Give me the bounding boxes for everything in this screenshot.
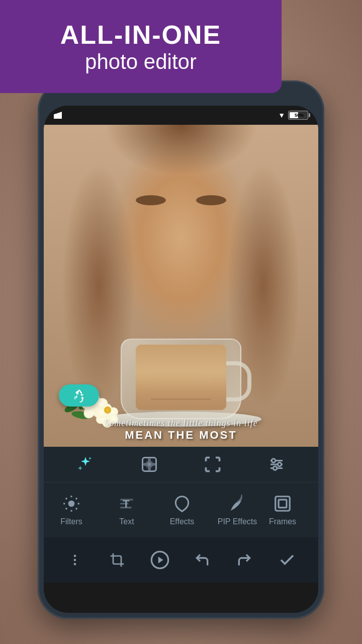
pip-effects-icon xyxy=(228,494,247,513)
crop-icon xyxy=(109,552,125,568)
status-right: ▼ 50% xyxy=(278,111,308,120)
filters-label: Filters xyxy=(60,517,82,526)
play-button[interactable] xyxy=(147,547,172,573)
svg-text:T: T xyxy=(123,497,130,510)
mini-mouth xyxy=(151,398,211,400)
photo-area: Sometimetimes the little things in life … xyxy=(44,125,318,447)
phone-screen: ▼ 50% xyxy=(44,106,318,613)
svg-marker-21 xyxy=(158,556,163,563)
battery-text: 50% xyxy=(290,113,309,118)
face-detail xyxy=(106,165,256,266)
adjust-tool[interactable] xyxy=(264,452,289,477)
svg-point-10 xyxy=(272,459,276,463)
battery-indicator: 50% xyxy=(288,111,308,120)
tab-filters[interactable]: Filters xyxy=(44,482,99,537)
svg-rect-1 xyxy=(148,458,151,470)
wifi-icon: ▼ xyxy=(278,111,285,119)
effects-label: Effects xyxy=(170,517,195,526)
svg-point-11 xyxy=(278,462,282,466)
face-in-cup xyxy=(136,345,226,410)
sparkle-tool[interactable] xyxy=(73,452,98,477)
svg-point-17 xyxy=(74,555,76,557)
svg-rect-15 xyxy=(276,496,290,511)
svg-point-6 xyxy=(151,466,152,467)
crop-tool[interactable] xyxy=(200,452,225,477)
tab-frames[interactable]: Frames xyxy=(265,482,300,537)
tab-effects[interactable]: Effects xyxy=(154,482,210,537)
banner-line1: ALL-IN-ONE xyxy=(60,20,221,50)
healing-tool[interactable] xyxy=(137,452,162,477)
phone-frame: ▼ 50% xyxy=(38,80,324,619)
dots-icon xyxy=(68,553,82,567)
redo-button[interactable] xyxy=(232,547,257,573)
undo-button[interactable] xyxy=(190,547,215,573)
cup-body xyxy=(121,339,241,419)
tab-text[interactable]: T Text xyxy=(99,482,154,537)
pip-effects-label: PIP Effects xyxy=(218,517,257,526)
shuffle-icon xyxy=(72,388,86,403)
quote-bold: MEAN THE MOST xyxy=(44,429,318,442)
frames-label: Frames xyxy=(269,517,296,526)
quote-overlay: Sometimetimes the little things in life … xyxy=(44,418,318,442)
undo-icon xyxy=(194,552,210,568)
sparkle-icon xyxy=(76,455,95,473)
filters-icon xyxy=(62,494,81,513)
quote-script: Sometimetimes the little things in life xyxy=(44,418,318,429)
bandaid-icon xyxy=(140,455,158,473)
action-bar xyxy=(44,537,318,583)
top-banner: ALL-IN-ONE photo editor xyxy=(0,0,282,93)
svg-point-19 xyxy=(74,563,76,566)
flower-center-2 xyxy=(104,407,111,414)
crop-frame-icon xyxy=(204,455,222,473)
tab-pip-effects[interactable]: PIP Effects xyxy=(210,482,265,537)
bottom-tabs: Filters T Text Effects xyxy=(44,482,318,537)
text-label: Text xyxy=(119,517,134,526)
svg-point-13 xyxy=(68,500,75,507)
left-eye xyxy=(136,195,166,205)
cup-handle xyxy=(226,361,251,401)
sliders-icon xyxy=(267,455,286,473)
text-icon: T xyxy=(117,494,136,513)
check-icon xyxy=(278,551,296,569)
tool-bar xyxy=(44,447,318,482)
frames-icon xyxy=(273,494,292,513)
svg-point-12 xyxy=(273,466,277,470)
svg-point-18 xyxy=(74,559,76,561)
banner-line2: photo editor xyxy=(85,50,197,74)
confirm-button[interactable] xyxy=(275,547,300,573)
shuffle-button[interactable] xyxy=(59,384,99,407)
mini-face-bg xyxy=(136,345,226,410)
svg-point-4 xyxy=(151,461,152,463)
signal-icon xyxy=(54,112,62,119)
effects-icon xyxy=(172,494,192,513)
right-eye xyxy=(196,195,226,205)
more-options-button[interactable] xyxy=(62,547,87,573)
redo-icon xyxy=(236,552,252,568)
status-bar: ▼ 50% xyxy=(44,106,318,125)
crop-button[interactable] xyxy=(105,547,130,573)
svg-point-3 xyxy=(146,461,148,463)
play-icon xyxy=(150,550,170,570)
svg-point-5 xyxy=(146,466,148,467)
svg-rect-16 xyxy=(279,500,287,508)
